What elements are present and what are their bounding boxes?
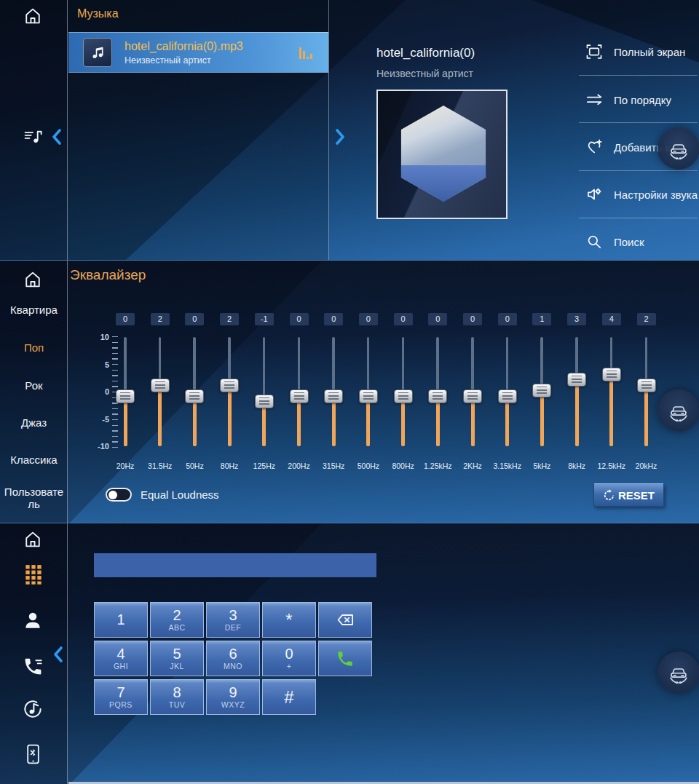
home-button[interactable]	[21, 528, 44, 551]
eq-band-frequency: 20kHz	[625, 462, 668, 470]
eq-band-slider-handle[interactable]	[463, 389, 482, 403]
car-mode-button[interactable]	[657, 652, 699, 694]
key-6[interactable]: 6 MNO	[206, 641, 260, 676]
key-main-label: 2	[173, 608, 181, 623]
key-call[interactable]	[318, 641, 372, 676]
eq-band-slider-handle[interactable]	[116, 389, 135, 403]
eq-band-fill	[540, 391, 544, 447]
eq-preset-apartment[interactable]: Квартира	[1, 304, 66, 316]
reset-label: RESET	[618, 489, 655, 502]
key-4[interactable]: 4 GHI	[94, 641, 148, 676]
key-3[interactable]: 3 DEF	[206, 602, 260, 638]
home-button[interactable]	[21, 4, 44, 28]
eq-band-slider-handle[interactable]	[532, 384, 551, 397]
sidebar-item-contacts[interactable]	[21, 609, 44, 632]
collapse-left-chevron[interactable]	[53, 646, 63, 663]
music-disc-icon	[22, 698, 44, 720]
slider-grip	[607, 371, 617, 379]
key-1[interactable]: 1	[94, 602, 148, 638]
car-icon	[665, 397, 692, 424]
eq-preset-classic[interactable]: Классика	[1, 454, 66, 466]
call-log-icon	[23, 656, 44, 677]
eq-band-fill	[124, 396, 127, 446]
eq-band-fill	[575, 380, 579, 447]
key-7[interactable]: 7 PQRS	[94, 679, 148, 715]
eq-band-slider-handle[interactable]	[324, 389, 343, 403]
key-9[interactable]: 9 WXYZ	[206, 679, 260, 715]
eq-band-slider-handle[interactable]	[290, 389, 309, 403]
eq-band-value: 0	[498, 313, 517, 325]
menu-item-fullscreen[interactable]: Полный экран	[585, 39, 685, 65]
eq-band-value: 0	[428, 313, 447, 325]
eq-band-slider-handle[interactable]	[394, 389, 413, 403]
key-8[interactable]: 8 TUV	[150, 679, 204, 715]
eq-band-slider-handle[interactable]	[220, 379, 239, 392]
eq-band-slider-handle[interactable]	[359, 389, 378, 403]
eq-band-slider-handle[interactable]	[185, 389, 204, 403]
now-playing-artist: Неизвестный артист	[376, 68, 473, 79]
eq-band-value: 0	[290, 313, 309, 325]
eq-band-slider-handle[interactable]	[567, 373, 586, 387]
eq-preset-jazz[interactable]: Джаз	[1, 416, 66, 429]
eq-band-value: 1	[532, 313, 551, 325]
eq-band: 0 315Hz	[316, 261, 351, 523]
eq-band-fill	[366, 396, 370, 446]
sidebar-item-music[interactable]	[21, 697, 44, 721]
eq-band-slider-handle[interactable]	[428, 389, 447, 403]
key-main-label: 3	[229, 608, 237, 623]
music-list-button[interactable]	[21, 124, 44, 149]
eq-band-value: 3	[567, 313, 586, 325]
eq-preset-user[interactable]: Пользователь	[1, 486, 66, 510]
eq-scale-label: -10	[93, 442, 109, 451]
expand-right-chevron[interactable]	[335, 128, 345, 146]
reset-icon	[603, 489, 615, 502]
eq-band-slider-handle[interactable]	[255, 395, 274, 408]
sidebar-item-bluetooth[interactable]	[22, 742, 44, 767]
eq-band-slider-handle[interactable]	[637, 379, 656, 392]
sidebar-item-call-log[interactable]	[21, 654, 44, 678]
eq-scale-label: -5	[93, 415, 109, 424]
backspace-icon	[336, 610, 355, 630]
key-5[interactable]: 5 JKL	[150, 641, 204, 676]
sidebar-item-dialpad[interactable]	[23, 563, 44, 587]
call-icon	[336, 649, 355, 668]
menu-label: Настройки звука	[614, 189, 698, 201]
key-main-label: *	[285, 612, 292, 627]
eq-band-slider-handle[interactable]	[151, 379, 170, 392]
eq-band-fill	[505, 396, 509, 446]
track-list-item[interactable]: hotel_california(0).mp3 Неизвестный арти…	[68, 32, 328, 73]
eq-preset-pop[interactable]: Поп	[1, 341, 66, 354]
car-mode-button[interactable]	[657, 389, 699, 432]
equal-loudness-toggle[interactable]	[106, 488, 132, 502]
play-order-icon	[585, 90, 604, 109]
car-mode-button[interactable]	[657, 127, 699, 170]
equal-loudness-label: Equal Loudness	[141, 488, 219, 501]
eq-band-slider-handle[interactable]	[498, 389, 517, 403]
eq-preset-rock[interactable]: Рок	[1, 379, 66, 392]
menu-item-sound-settings[interactable]: Настройки звука	[585, 181, 698, 207]
home-button[interactable]	[21, 268, 44, 291]
key-#[interactable]: #	[262, 679, 316, 715]
phone-keypad: 1 2 ABC 3 DEF * 4 GHI 5 JKL 6 MNO 0 + 7 …	[94, 602, 372, 715]
equalizer-panel: Квартира Поп Рок Джаз Классика Пользоват…	[0, 260, 699, 523]
slider-grip	[572, 376, 582, 384]
collapse-left-chevron[interactable]	[52, 128, 62, 146]
key-backspace[interactable]	[318, 602, 372, 638]
key-main-label: 7	[116, 685, 125, 700]
menu-item-play-order[interactable]: По порядку	[585, 87, 671, 113]
eq-band: 1 5kHz	[524, 261, 559, 523]
music-note-icon	[83, 38, 112, 67]
key-*[interactable]: *	[262, 602, 316, 638]
eq-scale-label: 10	[93, 333, 109, 341]
dial-number-input[interactable]	[94, 553, 376, 577]
eq-band: 0 50Hz	[177, 261, 212, 523]
playlist-icon	[22, 124, 44, 148]
slider-grip	[189, 392, 200, 400]
menu-item-search[interactable]: Поиск	[585, 229, 644, 255]
eq-band: 0 2KHz	[455, 261, 490, 523]
key-0[interactable]: 0 +	[262, 641, 316, 676]
eq-reset-button[interactable]: RESET	[593, 483, 664, 507]
eq-band-slider-handle[interactable]	[602, 368, 621, 381]
key-2[interactable]: 2 ABC	[150, 602, 204, 638]
phone-panel: 1 2 ABC 3 DEF * 4 GHI 5 JKL 6 MNO 0 + 7 …	[0, 523, 699, 784]
